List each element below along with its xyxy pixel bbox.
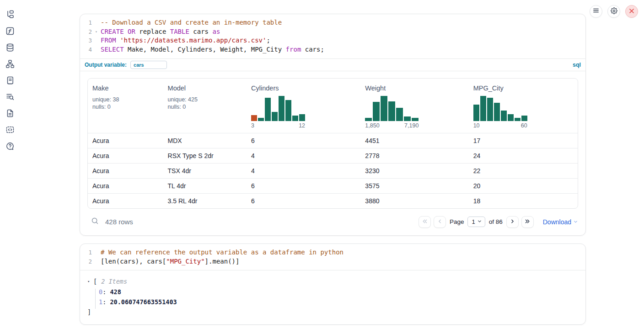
- sidebar: [0, 0, 20, 333]
- column-name: MPG_City: [473, 85, 578, 92]
- table-cell: 20: [469, 182, 578, 190]
- column-histogram: 1060: [473, 96, 527, 129]
- axis-min-label: 3: [251, 122, 254, 129]
- line-number: 2: [83, 257, 92, 266]
- item-key: 0: [99, 288, 102, 296]
- chevron-right-icon: [510, 218, 515, 226]
- python-cell: 1# We can reference the output variable …: [80, 243, 586, 325]
- table-cell: 3880: [360, 197, 468, 205]
- column-summary: 1,8507,190: [365, 96, 468, 129]
- code-content: # We can reference the output variable a…: [101, 248, 343, 257]
- fold-chevron-icon[interactable]: ▾: [92, 27, 101, 37]
- axis-min-label: 1,850: [365, 122, 379, 129]
- python-output-tree: ▾ [ 2 Items 0: 4281: 20.060747663551403 …: [80, 270, 585, 324]
- table-row[interactable]: AcuraMDX6445117: [88, 133, 578, 148]
- download-button[interactable]: Download: [543, 218, 578, 226]
- table-cell: Acura: [88, 167, 163, 174]
- prev-page-button[interactable]: [434, 216, 446, 228]
- snippets-icon[interactable]: [5, 125, 15, 134]
- column-header-mpg_city[interactable]: MPG_City1060: [469, 85, 578, 129]
- table-cell: Acura: [88, 197, 163, 205]
- table-body: AcuraMDX6445117AcuraRSX Type S 2dr427782…: [88, 133, 578, 208]
- menu-button[interactable]: [590, 5, 602, 18]
- column-header-make[interactable]: Makeunique: 38nulls: 0: [88, 85, 163, 129]
- table-cell: 3.5 RL 4dr: [163, 197, 247, 205]
- table-cell: 18: [469, 197, 578, 205]
- axis-max-label: 7,190: [404, 122, 419, 129]
- histogram-bar: [373, 102, 380, 121]
- table-cell: 22: [469, 167, 578, 174]
- code-line: 3FROM 'https://datasets.marimo.app/cars.…: [80, 36, 585, 45]
- column-name: Make: [92, 85, 163, 92]
- table-cell: 24: [469, 152, 578, 159]
- chevron-down-icon: [477, 218, 482, 225]
- table-cell: TSX 4dr: [163, 167, 247, 174]
- histogram-bar: [480, 96, 486, 121]
- histogram-bars: [365, 96, 419, 121]
- column-summary: 312: [251, 96, 360, 129]
- unique-count: unique: 38: [92, 96, 163, 104]
- table-cell: Acura: [88, 152, 163, 159]
- fold-gutter: [92, 248, 101, 257]
- code-content: -- Download a CSV and create an in-memor…: [101, 18, 282, 27]
- unique-count: unique: 425: [168, 96, 247, 104]
- histogram-axis-labels: 1,8507,190: [365, 122, 419, 129]
- sql-code-editor[interactable]: 1-- Download a CSV and create an in-memo…: [80, 14, 585, 58]
- scratchpad-icon[interactable]: [5, 76, 15, 85]
- first-page-button[interactable]: [419, 216, 431, 228]
- settings-button[interactable]: [607, 5, 620, 18]
- axis-max-label: 12: [299, 122, 305, 129]
- documentation-icon[interactable]: [5, 109, 15, 118]
- page-number-select[interactable]: 1: [467, 217, 485, 227]
- table-header: Makeunique: 38nulls: 0Modelunique: 425nu…: [88, 79, 578, 133]
- table-cell: Acura: [88, 137, 163, 144]
- column-header-cylinders[interactable]: Cylinders312: [247, 85, 360, 129]
- column-histogram: 1,8507,190: [365, 96, 419, 129]
- collapse-chevron-icon[interactable]: ▾: [87, 277, 93, 287]
- datasources-icon[interactable]: [5, 43, 15, 52]
- histogram-bar: [265, 98, 271, 121]
- chevrons-right-icon: [525, 218, 531, 226]
- output-variable-label: Output variable:: [85, 62, 127, 68]
- open-bracket: [: [93, 277, 97, 287]
- table-row[interactable]: Acura3.5 RL 4dr6388018: [88, 193, 578, 208]
- fold-gutter: [92, 18, 101, 27]
- logs-icon[interactable]: [5, 92, 15, 101]
- file-explorer-icon[interactable]: [5, 10, 15, 19]
- dependency-graph-icon[interactable]: [5, 59, 15, 69]
- output-variable-input[interactable]: [130, 61, 167, 69]
- variables-icon[interactable]: [5, 26, 15, 36]
- table-row[interactable]: AcuraTSX 4dr4323022: [88, 163, 578, 178]
- histogram-bar: [258, 118, 264, 121]
- tree-item: 1: 20.060747663551403: [87, 297, 578, 307]
- hamburger-icon: [593, 7, 599, 16]
- close-bracket: ]: [87, 307, 578, 317]
- next-page-button[interactable]: [506, 216, 519, 228]
- column-summary: unique: 38nulls: 0: [92, 96, 163, 129]
- table-cell: 6: [247, 137, 360, 144]
- tree-item: 0: 428: [87, 287, 578, 297]
- row-count: 428 rows: [105, 218, 133, 226]
- shutdown-button[interactable]: [625, 5, 638, 18]
- column-header-model[interactable]: Modelunique: 425nulls: 0: [163, 85, 247, 129]
- table-cell: Acura: [88, 182, 163, 190]
- column-header-weight[interactable]: Weight1,8507,190: [360, 85, 468, 129]
- table-row[interactable]: AcuraTL 4dr6357520: [88, 178, 578, 193]
- histogram-bar: [285, 100, 291, 121]
- histogram-axis-labels: 312: [251, 122, 305, 129]
- pagination: Page 1 of 86: [419, 216, 578, 228]
- table-row[interactable]: AcuraRSX Type S 2dr4277824: [88, 148, 578, 163]
- table-cell: 4: [247, 167, 360, 174]
- histogram-bar: [473, 105, 479, 121]
- search-icon[interactable]: [91, 217, 99, 227]
- histogram-bar: [494, 103, 500, 121]
- language-badge[interactable]: sql: [573, 62, 581, 68]
- last-page-button[interactable]: [521, 216, 534, 228]
- help-icon[interactable]: [5, 142, 15, 151]
- sql-output-section: Makeunique: 38nulls: 0Modelunique: 425nu…: [80, 71, 585, 235]
- code-line: 4SELECT Make, Model, Cylinders, Weight, …: [80, 45, 585, 54]
- python-code-editor[interactable]: 1# We can reference the output variable …: [80, 244, 585, 270]
- table-footer: 428 rows Page 1: [87, 214, 578, 230]
- histogram-bar: [404, 116, 411, 121]
- histogram-bar: [508, 114, 514, 121]
